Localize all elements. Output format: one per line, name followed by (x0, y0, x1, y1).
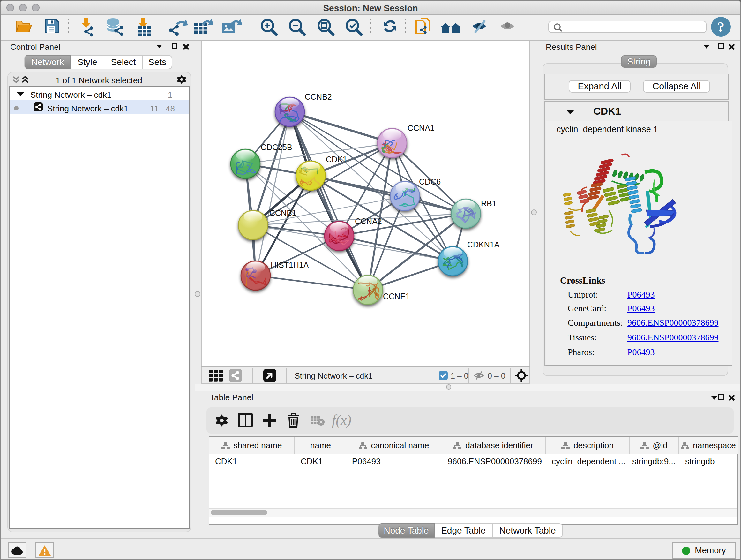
svg-text:CCNA2: CCNA2 (355, 217, 370, 226)
svg-text:CDK1: CDK1 (326, 155, 347, 164)
svg-text:CDC25B: CDC25B (261, 143, 292, 152)
svg-text:HIST1H1A: HIST1H1A (271, 260, 309, 269)
svg-text:CCNB1: CCNB1 (269, 208, 296, 217)
svg-text:CCNB2: CCNB2 (305, 92, 332, 101)
